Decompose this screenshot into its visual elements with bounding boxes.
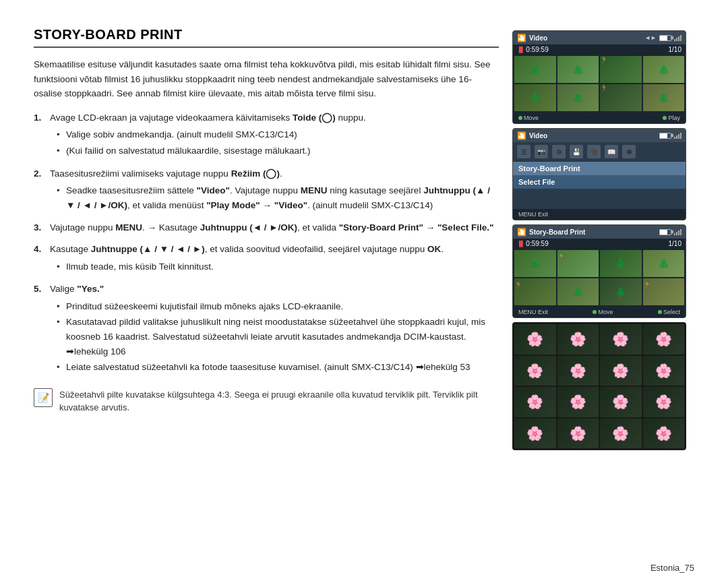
s3-thumb-8 <box>643 278 685 305</box>
thumb-8 <box>643 84 685 111</box>
play-dot <box>663 116 667 120</box>
step-3-content: Vajutage nuppu MENU. → Kasutage Juhtnupp… <box>50 220 499 235</box>
screen-1-footer: Move Play <box>513 113 686 123</box>
screen-3-counter: 1/10 <box>669 240 681 247</box>
flower-12: 🌸 <box>643 387 685 417</box>
signal-bars-2 <box>674 132 681 139</box>
step-1-subitems: Valige sobiv andmekandja. (ainult mudeli… <box>50 127 499 158</box>
step-4-num: 4. <box>34 242 44 275</box>
screen-1-title: 🎦 Video <box>517 34 547 42</box>
s3-select-button: Select <box>658 309 680 315</box>
screen-1-timecode: ▐▌ 0:59:59 <box>517 46 549 53</box>
step-5-subitems: Prinditud süžeeskeemi kujutisfail ilmub … <box>50 299 499 375</box>
right-panel: 🎦 Video ◄► ▐▌ 0:59:59 <box>512 27 694 450</box>
s3-bar-4 <box>680 229 681 235</box>
move-button: Move <box>518 115 539 121</box>
intro-paragraph: Skemaatilise esituse väljundit kasutades… <box>34 57 499 101</box>
s3-thumb-2 <box>557 250 599 277</box>
menu-icon-5: 🎥 <box>587 145 601 158</box>
flower-14: 🌸 <box>557 419 599 449</box>
flower-1: 🌸 <box>514 324 556 355</box>
screen-1-timecode-bar: ▐▌ 0:59:59 1/10 <box>513 44 686 55</box>
menu-icon-1: ☰ <box>517 145 530 158</box>
main-content: STORY-BOARD PRINT Skemaatilise esituse v… <box>34 27 512 450</box>
storyboard-preview: 🌸 🌸 🌸 🌸 🌸 🌸 🌸 🌸 🌸 🌸 🌸 🌸 🌸 🌸 🌸 🌸 <box>512 322 686 450</box>
screen-1-video-grid <box>513 55 686 113</box>
step-2: 2. Taasesitusrežiimi valimiseks vajutage… <box>34 166 499 214</box>
s3-select-dot <box>658 310 662 314</box>
battery-icon <box>659 35 671 41</box>
flower-15: 🌸 <box>600 419 642 449</box>
rec-dot: ▐▌ <box>517 47 524 53</box>
note-box: 📝 Süžeetahvli pilte kuvatakse külgsuhteg… <box>34 383 499 420</box>
screen-3-timecode: ▐▌ 0:59:59 <box>517 240 549 247</box>
s3-thumb-7 <box>600 278 642 305</box>
step-3-num: 3. <box>34 220 44 235</box>
s3-bar-3 <box>678 230 679 235</box>
step-2-subitems: Seadke taasesitusrežiim sättele "Video".… <box>50 183 499 212</box>
signal-bar-2 <box>676 38 677 41</box>
flower-4: 🌸 <box>643 324 685 355</box>
note-text: Süžeetahvli pilte kuvatakse külgsuhtega … <box>59 388 499 414</box>
step-2-sub-1: Seadke taasesitusrežiim sättele "Video".… <box>57 183 499 212</box>
screen-2-title: 🎦 Video <box>517 131 547 140</box>
step-4-sub-1: Ilmub teade, mis küsib Teilt kinnitust. <box>57 259 499 274</box>
s2-bar-3 <box>678 134 679 139</box>
menu-icon-2: 📷 <box>535 145 548 158</box>
s2-bar-4 <box>680 133 681 139</box>
screen-1: 🎦 Video ◄► ▐▌ 0:59:59 <box>512 30 686 124</box>
s2-bar-2 <box>676 135 677 139</box>
page-title: STORY-BOARD PRINT <box>34 27 499 48</box>
battery-icon-3 <box>659 229 671 235</box>
thumb-3 <box>600 56 642 83</box>
signal-bar-3 <box>678 36 679 41</box>
screen-1-counter: 1/10 <box>669 46 681 53</box>
step-2-content: Taasesitusrežiimi valimiseks vajutage nu… <box>50 166 499 214</box>
flower-10: 🌸 <box>557 387 599 417</box>
flower-5: 🌸 <box>514 356 556 386</box>
camera-icon-3: 🎦 <box>517 228 526 237</box>
s3-thumb-5 <box>514 278 556 305</box>
step-1-sub-2: (Kui failid on salvestatud mälukaardile,… <box>57 144 499 158</box>
step-5-num: 5. <box>34 282 44 376</box>
screen-3-footer: MENU Exit Move Select <box>513 307 686 317</box>
signal-bars <box>674 34 681 41</box>
steps-list: 1. Avage LCD-ekraan ja vajutage videokaa… <box>34 111 499 376</box>
thumb-1 <box>514 56 556 83</box>
flower-9: 🌸 <box>514 387 556 417</box>
s3-move-button: Move <box>593 309 613 315</box>
screen-3-controls <box>659 228 681 235</box>
menu-select-file: Select File <box>513 175 686 189</box>
signal-bar-1 <box>674 39 675 41</box>
menu-icon-3: ⚙ <box>552 145 566 158</box>
step-4: 4. Kasutage Juhtnuppe (▲ / ▼ / ◄ / ►), e… <box>34 242 499 275</box>
step-4-content: Kasutage Juhtnuppe (▲ / ▼ / ◄ / ►), et v… <box>50 242 499 275</box>
s2-bar-1 <box>674 137 675 139</box>
move-dot <box>518 116 522 120</box>
camera-icon-2: 🎦 <box>517 131 526 140</box>
flower-7: 🌸 <box>600 356 642 386</box>
flower-6: 🌸 <box>557 356 599 386</box>
flower-2: 🌸 <box>557 324 599 355</box>
note-icon: 📝 <box>34 388 53 407</box>
menu-icon-6: 📖 <box>605 145 618 158</box>
step-5-sub-2: Kasutatavad pildid valitakse juhuslikult… <box>57 315 499 359</box>
screen-1-header: 🎦 Video ◄► <box>513 31 686 44</box>
step-1-sub-1: Valige sobiv andmekandja. (ainult mudeli… <box>57 127 499 142</box>
screen-3-header: 🎦 Story-Board Print <box>513 225 686 239</box>
step-1-num: 1. <box>34 111 44 160</box>
thumb-2 <box>557 56 599 83</box>
s3-thumb-4 <box>643 250 685 277</box>
flower-8: 🌸 <box>643 356 685 386</box>
s3-thumb-3 <box>600 250 642 277</box>
step-4-subitems: Ilmub teade, mis küsib Teilt kinnitust. <box>50 259 499 274</box>
thumb-4 <box>643 56 685 83</box>
screen-2-footer: MENU Exit <box>513 209 686 220</box>
menu-spacer <box>513 189 686 209</box>
screen-3-title: 🎦 Story-Board Print <box>517 228 585 237</box>
step-5: 5. Valige "Yes." Prinditud süžeeskeemi k… <box>34 282 499 376</box>
screen-2-header: 🎦 Video <box>513 129 686 142</box>
page-footer: Estonia_75 <box>650 563 694 573</box>
step-1: 1. Avage LCD-ekraan ja vajutage videokaa… <box>34 111 499 160</box>
flower-13: 🌸 <box>514 419 556 449</box>
